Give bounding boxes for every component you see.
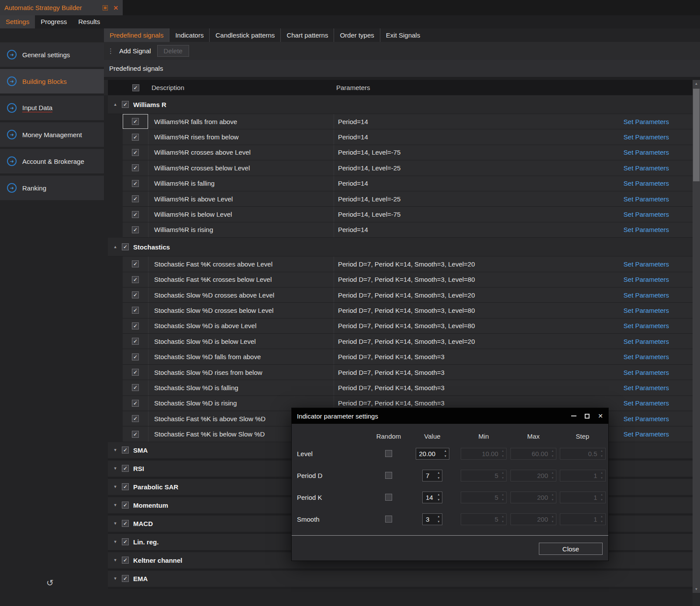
set-parameters-link[interactable]: Set Parameters [617,291,693,299]
spinner-control[interactable]: ▲▼ [550,471,555,480]
expand-icon[interactable]: ▼ [112,540,118,544]
dock-window-icon[interactable] [103,5,108,10]
signal-checkbox[interactable] [132,353,139,360]
group-checkbox[interactable] [122,502,129,509]
signal-row[interactable]: Williams%R is below LevelPeriod=14, Leve… [123,207,693,222]
collapse-icon[interactable]: ▲ [112,245,118,249]
set-parameters-link[interactable]: Set Parameters [617,430,693,438]
spin-up-icon[interactable]: ▲ [600,493,604,496]
column-header-parameters[interactable]: Parameters [334,84,693,91]
signal-row[interactable]: Williams%R is risingPeriod=14Set Paramet… [123,222,693,238]
group-checkbox[interactable] [122,243,129,250]
spin-down-icon[interactable]: ▼ [550,477,555,480]
signal-row[interactable]: Williams%R rises from belowPeriod=14Set … [123,129,693,145]
spin-up-icon[interactable]: ▲ [550,493,555,496]
spin-up-icon[interactable]: ▲ [500,493,505,496]
spinner-control[interactable]: ▲▼ [500,493,505,502]
signal-checkbox[interactable] [132,276,139,283]
signal-checkbox[interactable] [132,164,139,171]
dialog-close-icon[interactable]: ✕ [598,412,603,419]
set-parameters-link[interactable]: Set Parameters [617,384,693,391]
spin-down-icon[interactable]: ▼ [500,520,505,523]
collapse-icon[interactable]: ▲ [112,102,118,107]
spinner-control[interactable]: ▲▼ [500,471,505,480]
sidebar-item-input-data[interactable]: ➜Input Data [0,96,104,120]
scroll-down-icon[interactable]: ▼ [693,585,700,593]
spin-up-icon[interactable]: ▲ [436,493,441,496]
signal-row[interactable]: Stochastic Fast %K crosses above LevelPe… [123,256,693,272]
scrollbar-thumb[interactable] [693,89,700,181]
random-checkbox[interactable] [385,472,392,479]
group-checkbox[interactable] [122,465,129,472]
signal-checkbox[interactable] [132,307,139,314]
random-checkbox[interactable] [385,450,392,457]
tab-chart-patterns[interactable]: Chart patterns [280,28,334,42]
maximize-icon[interactable] [585,414,590,419]
signal-row[interactable]: Williams%R crosses below LevelPeriod=14,… [123,160,693,176]
spinner-control[interactable]: ▲▼ [600,515,604,523]
spin-down-icon[interactable]: ▼ [600,499,604,502]
spin-down-icon[interactable]: ▼ [436,520,441,523]
dialog-titlebar[interactable]: Indicator parameter settings ✕ [292,408,608,424]
max-input[interactable]: 200▲▼ [510,513,556,525]
tab-predefined-signals[interactable]: Predefined signals [104,28,169,42]
spinner-control[interactable]: ▲▼ [500,515,505,523]
signal-checkbox[interactable] [132,149,139,156]
signal-row[interactable]: Stochastic Slow %D is below LevelPeriod … [123,334,693,349]
close-window-icon[interactable]: ✕ [113,4,118,11]
min-input[interactable]: 5▲▼ [461,492,507,503]
step-input[interactable]: 1▲▼ [560,492,606,503]
max-input[interactable]: 60.00▲▼ [510,448,556,460]
sidebar-item-ranking[interactable]: ➜Ranking [0,176,104,200]
group-row-stochastics[interactable]: ▲Stochastics [108,238,693,256]
random-checkbox[interactable] [385,494,392,501]
signal-checkbox[interactable] [132,415,139,422]
spin-down-icon[interactable]: ▼ [436,477,441,480]
spinner-control[interactable]: ▲▼ [600,450,604,458]
signal-row[interactable]: Stochastic Fast %K crosses below LevelPe… [123,272,693,287]
set-parameters-link[interactable]: Set Parameters [617,260,693,268]
sidebar-item-general-settings[interactable]: ➜General settings [0,42,104,67]
tab-indicators[interactable]: Indicators [169,28,209,42]
set-parameters-link[interactable]: Set Parameters [617,399,693,407]
random-checkbox[interactable] [385,516,392,523]
signal-row[interactable]: Williams%R falls from abovePeriod=14Set … [123,114,693,129]
spin-up-icon[interactable]: ▲ [436,471,441,474]
expand-icon[interactable]: ▼ [112,503,118,507]
spinner-control[interactable]: ▲▼ [550,493,555,502]
spin-down-icon[interactable]: ▼ [436,499,441,502]
spin-up-icon[interactable]: ▲ [500,450,505,453]
sidebar-item-account-brokerage[interactable]: ➜Account & Brokerage [0,149,104,173]
set-parameters-link[interactable]: Set Parameters [617,338,693,345]
signal-checkbox[interactable] [132,322,139,329]
set-parameters-link[interactable]: Set Parameters [617,149,693,156]
signal-row[interactable]: Stochastic Slow %D rises from belowPerio… [123,365,693,380]
signal-checkbox[interactable] [132,369,139,376]
refresh-icon[interactable]: ↺ [46,578,54,588]
tab-exit-signals[interactable]: Exit Signals [380,28,426,42]
spin-up-icon[interactable]: ▲ [550,471,555,474]
spin-up-icon[interactable]: ▲ [600,515,604,518]
signal-row[interactable]: Stochastic Slow %D falls from abovePerio… [123,349,693,364]
set-parameters-link[interactable]: Set Parameters [617,276,693,283]
spin-up-icon[interactable]: ▲ [600,471,604,474]
add-signal-button[interactable]: Add Signal [119,47,151,55]
spinner-control[interactable]: ▲▼ [436,471,441,480]
set-parameters-link[interactable]: Set Parameters [617,180,693,187]
spinner-control[interactable]: ▲▼ [600,493,604,502]
spin-up-icon[interactable]: ▲ [500,515,505,518]
group-row-williams-r[interactable]: ▲Williams R [108,95,693,114]
spin-down-icon[interactable]: ▼ [600,520,604,523]
minimize-icon[interactable] [571,416,576,416]
set-parameters-link[interactable]: Set Parameters [617,164,693,172]
spin-down-icon[interactable]: ▼ [550,455,555,458]
signal-checkbox[interactable] [132,400,139,407]
spin-down-icon[interactable]: ▼ [500,455,505,458]
main-tab-progress[interactable]: Progress [35,15,72,28]
spin-down-icon[interactable]: ▼ [550,499,555,502]
value-input[interactable]: 14▲▼ [422,492,442,503]
signal-row[interactable]: Stochastic Slow %D crosses above LevelPe… [123,287,693,303]
expand-icon[interactable]: ▼ [112,576,118,581]
signal-checkbox[interactable] [132,291,139,298]
spinner-control[interactable]: ▲▼ [600,471,604,480]
